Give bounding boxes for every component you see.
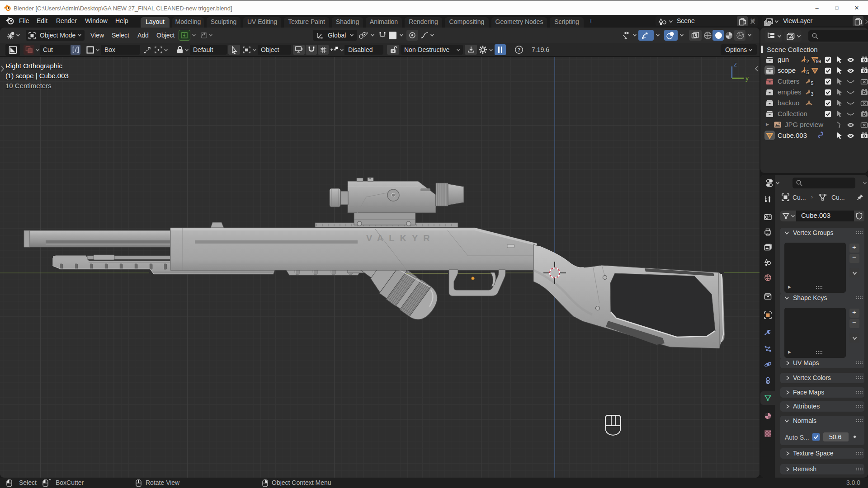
svg-text:y: y: [745, 75, 749, 82]
svg-text:z: z: [734, 61, 737, 68]
svg-text:VALKYR: VALKYR: [366, 233, 435, 243]
svg-text:?: ?: [518, 47, 521, 52]
